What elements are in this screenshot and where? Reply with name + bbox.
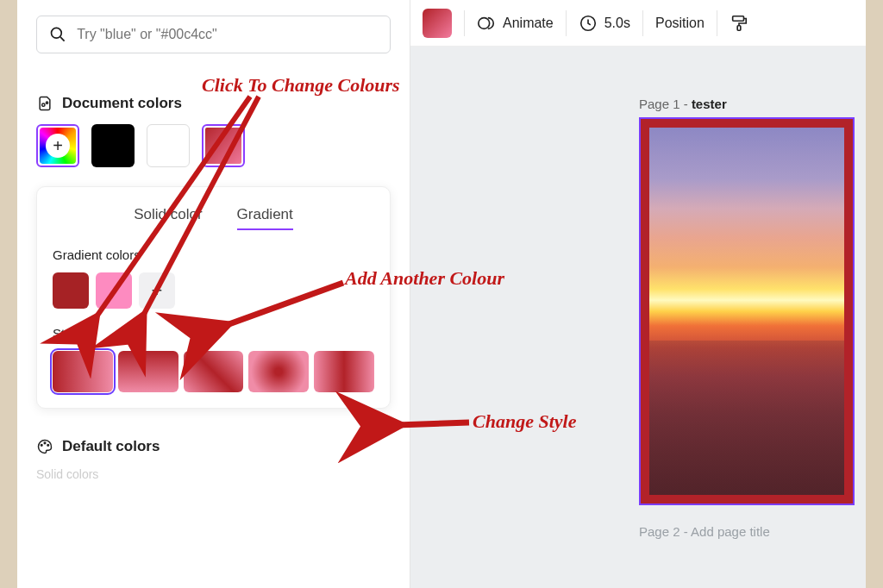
doc-swatch-gradient[interactable]	[202, 124, 245, 167]
tab-solid[interactable]: Solid color	[134, 206, 202, 230]
page-1-label[interactable]: Page 1 - tester	[639, 97, 727, 111]
gradient-style-reflected[interactable]	[314, 351, 374, 392]
paint-roller-icon	[730, 14, 748, 33]
page-content-image[interactable]	[649, 128, 844, 495]
gradient-color-1[interactable]	[53, 272, 89, 309]
default-colors-label: Default colors	[62, 438, 160, 455]
duration-button[interactable]: 5.0s	[579, 14, 630, 33]
page-2-label[interactable]: Page 2 - Add page title	[639, 524, 770, 539]
color-panel: Document colors + Solid color Gradient G…	[17, 0, 410, 588]
gradient-style-linear-h[interactable]	[53, 351, 113, 392]
canvas-area: Animate 5.0s Position Page 1 - tester Pa…	[410, 0, 866, 588]
svg-point-5	[44, 442, 46, 444]
doc-swatch-black[interactable]	[91, 124, 135, 167]
search-icon	[49, 25, 66, 44]
svg-rect-9	[733, 16, 744, 21]
doc-swatch-white[interactable]	[147, 124, 190, 167]
svg-point-2	[42, 103, 45, 106]
gradient-style-radial[interactable]	[248, 351, 309, 392]
color-search[interactable]	[36, 16, 391, 53]
svg-line-1	[60, 37, 65, 41]
position-label: Position	[655, 16, 705, 31]
gradient-style-diagonal[interactable]	[184, 351, 244, 392]
position-button[interactable]: Position	[655, 16, 705, 31]
gradient-color-2[interactable]	[96, 272, 132, 309]
animate-button[interactable]: Animate	[477, 14, 554, 33]
gradient-style-linear-v[interactable]	[118, 351, 178, 392]
gradient-editor: Solid color Gradient Gradient colors + S…	[36, 186, 391, 409]
gradient-colors-label: Gradient colors	[53, 247, 374, 262]
style-label: Style	[53, 326, 374, 341]
document-colors-label: Document colors	[62, 95, 182, 112]
add-color-swatch[interactable]: +	[36, 124, 79, 167]
svg-point-3	[46, 102, 47, 103]
svg-rect-10	[737, 25, 741, 30]
canvas-page-1[interactable]	[639, 117, 855, 505]
plus-icon: +	[46, 134, 70, 158]
duration-label: 5.0s	[604, 16, 630, 31]
search-input[interactable]	[77, 27, 378, 42]
canvas-toolbar: Animate 5.0s Position	[410, 0, 866, 47]
solid-colors-sub: Solid colors	[36, 467, 391, 481]
format-painter-button[interactable]	[730, 14, 748, 33]
animate-label: Animate	[503, 16, 554, 31]
plus-icon: +	[152, 279, 163, 302]
document-swatches: +	[36, 124, 391, 167]
gradient-add-color[interactable]: +	[139, 272, 175, 309]
svg-point-4	[41, 445, 42, 447]
default-colors-header: Default colors	[36, 438, 391, 455]
toolbar-fill-swatch[interactable]	[423, 9, 452, 38]
clock-icon	[579, 14, 598, 33]
document-colors-header: Document colors	[36, 95, 391, 112]
palette-icon	[36, 438, 53, 455]
animate-icon	[477, 14, 496, 33]
palette-file-icon	[36, 95, 53, 112]
svg-point-6	[47, 445, 49, 447]
svg-point-7	[479, 17, 490, 28]
svg-point-0	[52, 28, 62, 38]
tab-gradient[interactable]: Gradient	[237, 206, 293, 230]
